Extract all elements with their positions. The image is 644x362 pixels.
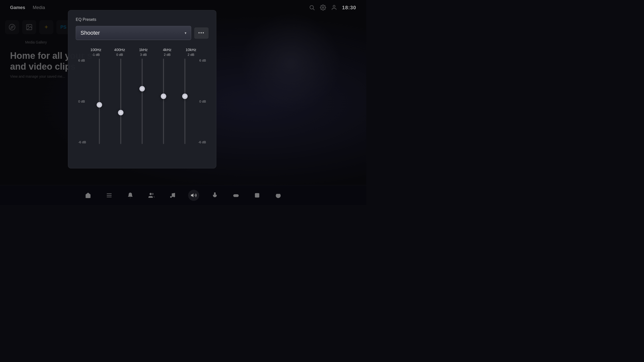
y-label-mid-right: 0 dB [198,100,206,103]
band-1khz-db: 3 dB [133,53,153,57]
band-100hz-header: 100Hz -1 dB [86,48,106,57]
band-4khz-db: 2 dB [157,53,177,57]
slider-100hz[interactable] [99,59,100,144]
band-1khz-header: 1kHz 3 dB [133,48,153,57]
slider-4khz[interactable] [163,59,164,144]
band-400hz-header: 400Hz 0 dB [110,48,130,57]
band-10khz-freq: 10kHz [181,48,201,52]
eq-sliders-container: 6 dB 0 dB -6 dB [76,59,209,144]
preset-selected-label: Shooter [80,30,100,36]
eq-y-labels-left: 6 dB 0 dB -6 dB [78,59,89,144]
eq-bands-header: 100Hz -1 dB 400Hz 0 dB 1kHz 3 dB 4kHz 2 … [76,48,209,57]
band-10khz-db: 2 dB [181,53,201,57]
eq-dialog-title: EQ Presets [76,17,209,22]
eq-sliders [89,59,196,144]
slider-thumb-100hz[interactable] [97,102,102,108]
eq-y-labels-right: 6 dB 0 dB -6 dB [196,59,206,144]
y-label-top-right: 6 dB [198,59,206,62]
slider-1khz[interactable] [142,59,143,144]
slider-thumb-4khz[interactable] [161,94,166,99]
y-label-mid-left: 0 dB [78,100,86,103]
band-4khz-header: 4kHz 2 dB [157,48,177,57]
slider-thumb-10khz[interactable] [182,94,188,99]
slider-400hz[interactable] [120,59,121,144]
band-1khz-freq: 1kHz [133,48,153,52]
eq-dialog: EQ Presets Shooter ▾ ••• 100Hz -1 dB 400… [68,10,216,168]
y-label-bottom-left: -6 dB [78,140,86,144]
y-label-top-left: 6 dB [78,59,86,62]
band-100hz-db: -1 dB [86,53,106,57]
slider-thumb-400hz[interactable] [118,110,124,115]
preset-select-dropdown[interactable]: Shooter ▾ [76,26,191,40]
band-4khz-freq: 4kHz [157,48,177,52]
band-100hz-freq: 100Hz [86,48,106,52]
dropdown-arrow-icon: ▾ [185,31,186,35]
preset-more-button[interactable]: ••• [194,27,209,39]
preset-row: Shooter ▾ ••• [76,26,209,40]
band-400hz-freq: 400Hz [110,48,130,52]
band-400hz-db: 0 dB [110,53,130,57]
slider-thumb-1khz[interactable] [139,86,145,92]
y-label-bottom-right: -6 dB [198,140,206,144]
slider-10khz[interactable] [184,59,185,144]
band-10khz-header: 10kHz 2 dB [181,48,201,57]
